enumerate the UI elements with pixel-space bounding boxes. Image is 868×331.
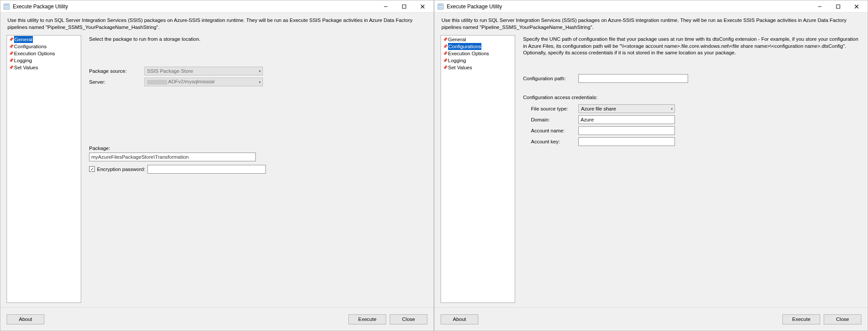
domain-input[interactable] [578, 115, 675, 124]
server-label: Server: [89, 79, 144, 85]
encryption-password-label: Encryption password: [97, 167, 147, 172]
window-configurations: Execute Package Utility Use this utility… [434, 0, 868, 331]
pin-icon: 📌 [443, 65, 447, 71]
footer: About Execute Close [434, 308, 868, 331]
window-controls [377, 1, 432, 12]
close-button-footer[interactable]: Close [390, 314, 427, 324]
pin-icon: 📌 [9, 58, 13, 64]
nav-item-configurations[interactable]: 📌Configurations [441, 43, 515, 50]
file-source-type-dropdown[interactable]: Azure file share ▾ [578, 104, 675, 113]
execute-button[interactable]: Execute [782, 314, 820, 324]
account-key-input[interactable] [578, 137, 675, 146]
chevron-down-icon: ▾ [671, 107, 673, 110]
credentials-heading: Configuration access credentials: [523, 95, 860, 100]
window-general: Execute Package Utility Use this utility… [0, 0, 434, 331]
content-pane-configurations: Specify the UNC path of configuration fi… [521, 35, 861, 303]
configuration-path-label: Configuration path: [523, 76, 578, 81]
pin-icon: 📌 [9, 65, 13, 71]
svg-rect-9 [439, 7, 442, 8]
chevron-down-icon: ▾ [259, 69, 261, 73]
content-pane-general: Select the package to run from a storage… [87, 35, 427, 303]
pin-icon: 📌 [9, 44, 13, 50]
close-button[interactable] [847, 1, 866, 12]
pane-description: Specify the UNC path of configuration fi… [523, 36, 860, 57]
about-button[interactable]: About [7, 314, 44, 324]
pin-icon: 📌 [9, 37, 13, 43]
nav-item-general[interactable]: 📌General [7, 36, 81, 43]
package-input[interactable] [89, 153, 256, 161]
minimize-button[interactable] [811, 1, 829, 12]
body: 📌General 📌Configurations 📌Execution Opti… [434, 33, 868, 307]
nav-item-set-values[interactable]: 📌Set Values [7, 64, 81, 71]
nav-item-logging[interactable]: 📌Logging [7, 57, 81, 64]
minimize-button[interactable] [377, 1, 395, 12]
pin-icon: 📌 [443, 51, 447, 57]
execute-button[interactable]: Execute [348, 314, 386, 324]
file-source-type-label: File source type: [531, 106, 578, 111]
domain-label: Domain: [531, 117, 578, 122]
nav-tree[interactable]: 📌General 📌Configurations 📌Execution Opti… [7, 35, 81, 303]
utility-description: Use this utility to run SQL Server Integ… [434, 13, 868, 33]
account-name-label: Account name: [531, 128, 578, 133]
configuration-path-input[interactable] [578, 74, 688, 83]
window-title: Execute Package Utility [13, 4, 377, 10]
titlebar: Execute Package Utility [0, 0, 434, 13]
app-icon [3, 3, 10, 10]
close-button-footer[interactable]: Close [824, 314, 861, 324]
close-button[interactable] [413, 1, 432, 12]
maximize-button[interactable] [395, 1, 413, 12]
body: 📌General 📌Configurations 📌Execution Opti… [0, 33, 434, 307]
server-dropdown[interactable]: ADFv2/mysqlmissisir ▾ [144, 78, 263, 86]
pin-icon: 📌 [443, 37, 447, 43]
pin-icon: 📌 [9, 51, 13, 57]
app-icon [437, 3, 444, 10]
svg-rect-11 [836, 5, 840, 8]
nav-item-configurations[interactable]: 📌Configurations [7, 43, 81, 50]
nav-item-execution-options[interactable]: 📌Execution Options [7, 50, 81, 57]
pane-description: Select the package to run from a storage… [89, 36, 426, 43]
footer: About Execute Close [0, 308, 434, 331]
package-source-dropdown[interactable]: SSIS Package Store ▾ [144, 67, 263, 75]
window-controls [811, 1, 866, 12]
svg-rect-4 [402, 5, 406, 8]
svg-rect-2 [5, 7, 8, 8]
encryption-password-checkbox[interactable]: ✓ [89, 166, 95, 172]
titlebar: Execute Package Utility [434, 0, 868, 13]
package-label: Package: [89, 146, 426, 151]
nav-tree[interactable]: 📌General 📌Configurations 📌Execution Opti… [441, 35, 515, 303]
svg-rect-1 [5, 5, 8, 6]
nav-item-execution-options[interactable]: 📌Execution Options [441, 50, 515, 57]
maximize-button[interactable] [829, 1, 847, 12]
pin-icon: 📌 [443, 44, 447, 50]
encryption-password-input[interactable] [147, 165, 266, 174]
nav-item-logging[interactable]: 📌Logging [441, 57, 515, 64]
chevron-down-icon: ▾ [259, 80, 261, 84]
redacted-text [147, 80, 167, 85]
about-button[interactable]: About [441, 314, 478, 324]
package-source-label: Package source: [89, 68, 144, 74]
account-key-label: Account key: [531, 139, 578, 144]
nav-item-set-values[interactable]: 📌Set Values [441, 64, 515, 71]
pin-icon: 📌 [443, 58, 447, 64]
utility-description: Use this utility to run SQL Server Integ… [0, 13, 434, 33]
account-name-input[interactable] [578, 126, 675, 135]
window-title: Execute Package Utility [447, 4, 811, 10]
svg-rect-8 [439, 5, 442, 6]
nav-item-general[interactable]: 📌General [441, 36, 515, 43]
